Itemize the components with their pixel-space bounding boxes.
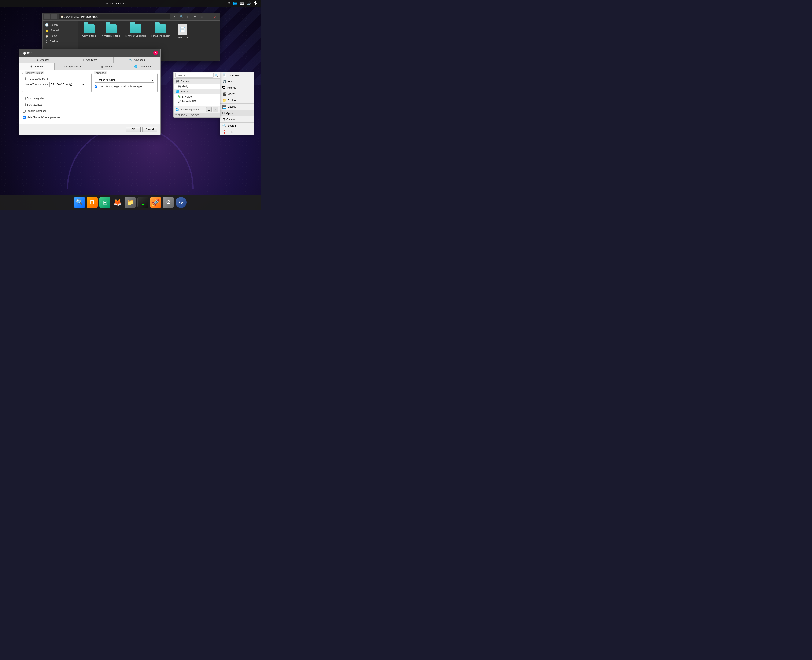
taskbar-magnifier[interactable]: 🔍 [74,197,85,208]
pa-search-input[interactable] [175,73,214,78]
taskbar-files[interactable]: 📁 [125,197,136,208]
ok-button[interactable]: OK [126,127,141,132]
use-large-fonts-checkbox[interactable] [25,77,28,80]
screenshot-icon[interactable]: ⎚ [228,2,230,5]
pa-category-internet[interactable]: 🌐 Internet [174,89,220,94]
disable-scrollbar-checkbox[interactable] [23,109,25,113]
pa-item-apps[interactable]: ⊞ Apps [220,110,253,116]
folder-portableapps-icon [155,24,166,33]
terminal-icon: _ [142,200,144,205]
tab-organization[interactable]: ≡ Organization [55,63,90,70]
hide-portable-row: Hide "Portable" in app names [23,116,157,119]
advanced-icon: 🔧 [129,59,132,62]
taskbar-firefox[interactable]: 🦊 [112,197,123,208]
fm-sidebar-desktop[interactable]: 🖥 Desktop [43,39,78,44]
taskbar-launch[interactable]: 🚀 [150,197,161,208]
pa-item-videos[interactable]: 🎬 Videos [220,91,253,97]
help-icon: ❓ [222,130,226,134]
organization-icon: ≡ [64,65,65,68]
taskbar-gear[interactable]: ⚙ [163,197,174,208]
firefox-icon: 🦊 [113,198,122,206]
pa-item-help[interactable]: ❓ Help [220,129,253,135]
fm-path-documents[interactable]: Documents [66,15,79,18]
display-options-title: Display Options [25,71,44,75]
tab-themes[interactable]: ▦ Themes [90,63,125,70]
globe-icon[interactable]: 🌐 [233,2,237,5]
pa-category-games[interactable]: 🎮 Games [174,79,220,84]
pa-app-miranda[interactable]: 💬 Miranda NG [174,99,220,104]
fm-item-portableapps[interactable]: PortableApps.com [151,24,170,37]
pa-app-kmeleon[interactable]: 🦎 K-Meleon [174,94,220,99]
dialog-close-button[interactable]: ✕ [153,51,158,55]
pa-options-label: Options [226,118,235,121]
portableapps-logo: 🌐 [175,108,179,111]
taskbar-notes[interactable]: 🗒 [87,197,98,208]
pa-item-options[interactable]: ⚙ Options [220,116,253,123]
volume-icon[interactable]: 🔊 [247,2,251,5]
tab-connection[interactable]: 🌐 Connection [125,63,160,70]
fm-minimize-button[interactable]: ─ [206,14,211,19]
pa-item-backup[interactable]: 💾 Backup [220,104,253,110]
connection-icon: 🌐 [134,65,138,68]
taskbar-tiles[interactable]: ⊞ [100,197,110,208]
taskbar-portableapps[interactable]: ↻ [176,197,187,208]
fm-item-golly[interactable]: GollyPortable [82,24,97,37]
fm-path: 🏠 / Documents / PortableApps [59,14,170,19]
tab-updater[interactable]: ↻ Updater [19,57,66,63]
fm-menu-button[interactable]: ⋮ [172,14,177,19]
menu-transparency-label: Menu Transparency [25,83,48,86]
pa-pictures-label: Pictures [227,86,236,89]
language-select[interactable]: English / English [95,77,154,83]
pa-item-search[interactable]: 🔍 Search [220,123,253,129]
fm-options-button[interactable]: ≡ [199,14,204,19]
tab-general-label: General [34,65,43,68]
fm-sort-button[interactable]: ▼ [192,14,198,19]
pa-exit-button[interactable]: ✕ [212,107,218,112]
pa-item-music[interactable]: 🎵 Music [220,78,253,85]
home-icon: 🏠 [45,34,49,38]
fm-close-button[interactable]: ✕ [212,14,218,19]
fm-forward-button[interactable]: › [51,14,57,19]
bold-favorites-checkbox[interactable] [23,103,25,106]
pa-search-bar: 🔍 [174,72,220,79]
pa-app-golly[interactable]: 🎮 Golly [174,84,220,89]
fm-sidebar-home-label: Home [50,35,57,37]
fm-item-miranda[interactable]: MirandaNGPortable [125,24,146,37]
fm-sidebar-desktop-label: Desktop [50,40,59,43]
pa-search-icon[interactable]: 🔍 [214,74,218,77]
tab-advanced[interactable]: 🔧 Advanced [114,57,160,63]
pa-games-label: Games [180,80,189,83]
fm-sidebar-starred[interactable]: ⭐ Starred [43,28,78,33]
fm-item-kmeleon[interactable]: K-MeleonPortable [102,24,120,37]
cancel-button[interactable]: Cancel [142,127,157,132]
fm-sidebar-home[interactable]: 🏠 Home [43,33,78,39]
pa-golly-label: Golly [182,85,188,88]
fm-item-desktop-ini[interactable]: 📄 Desktop.ini [175,24,190,39]
tiles-icon: ⊞ [103,199,108,206]
fm-sidebar-recent[interactable]: 🕐 Recent [43,22,78,28]
pa-item-pictures[interactable]: 🖼 Pictures [220,85,253,91]
file-desktop-ini-icon: 📄 [178,24,187,35]
pa-item-explore[interactable]: 📁 Explore [220,97,253,104]
tab-general[interactable]: ⚙ General [19,63,55,70]
bold-categories-checkbox[interactable] [23,97,25,100]
use-language-checkbox[interactable] [95,85,98,88]
fm-sidebar-starred-label: Starred [50,29,59,32]
menu-transparency-select[interactable]: Off (100% Opacity) 10% 20% 30% [49,82,85,87]
topbar-right: ⎚ 🌐 ⌨ 🔊 ⏻ [228,2,257,5]
magnifier-icon: 🔍 [76,199,83,206]
tab-organization-label: Organization [66,65,81,68]
pa-power-button[interactable]: ⏻ [206,107,212,112]
power-icon[interactable]: ⏻ [254,2,257,5]
taskbar-terminal[interactable]: _ [138,197,149,208]
fm-search-button[interactable]: 🔍 [179,14,184,19]
tab-app-store[interactable]: ⊞ App Store [66,57,114,63]
fm-back-button[interactable]: ‹ [44,14,50,19]
pa-item-documents[interactable]: 📄 Documents [220,72,253,78]
star-icon: ⭐ [45,29,49,32]
fm-view-button[interactable]: ⊟ [185,14,191,19]
hide-portable-checkbox[interactable] [23,116,25,119]
tab-themes-label: Themes [104,65,114,68]
display-options-group: Display Options Use Large Fonts Menu Tra… [22,73,89,92]
keyboard-icon[interactable]: ⌨ [240,2,244,5]
